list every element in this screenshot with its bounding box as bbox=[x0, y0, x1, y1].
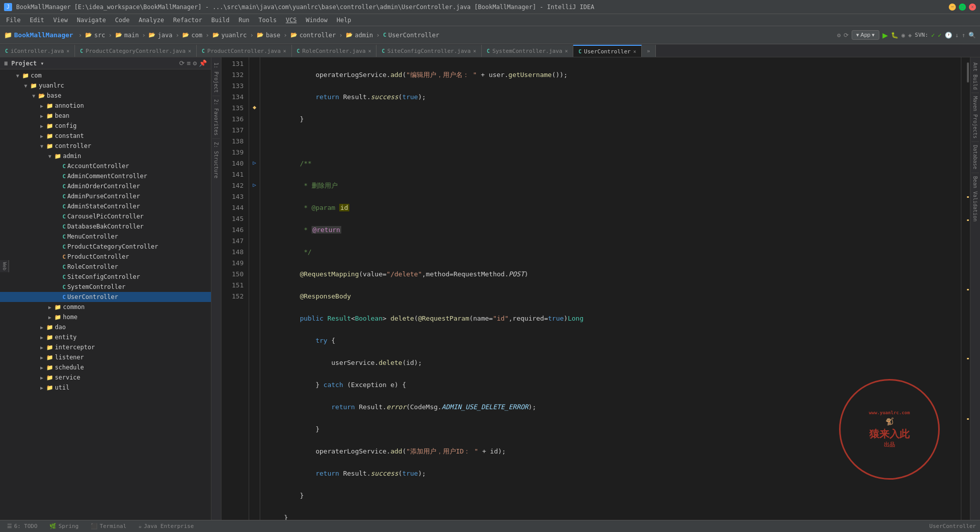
maximize-button[interactable]: □ bbox=[959, 4, 966, 11]
search-icon[interactable]: 🔍 bbox=[968, 32, 976, 39]
left-tab-1project[interactable]: 1: Project bbox=[212, 59, 220, 96]
debug-button[interactable]: 🐛 bbox=[891, 32, 898, 39]
sidebar-pin-icon[interactable]: 📌 bbox=[199, 59, 207, 67]
run-button[interactable]: ▶ bbox=[882, 30, 888, 40]
menu-analyze[interactable]: Analyze bbox=[134, 16, 168, 25]
menu-refactor[interactable]: Refactor bbox=[169, 16, 206, 25]
breadcrumb-base[interactable]: base bbox=[266, 32, 280, 39]
tree-siteconfigcontroller[interactable]: C SiteConfigController bbox=[0, 272, 211, 282]
tree-annotion[interactable]: ▶ 📁 annotion bbox=[0, 101, 211, 111]
tree-bean[interactable]: ▶ 📁 bean bbox=[0, 111, 211, 121]
tab-product[interactable]: C ProductController.java × bbox=[197, 45, 292, 57]
editor-area[interactable]: 131 132 133 134 135 136 137 138 139 140 … bbox=[221, 57, 970, 520]
tree-home[interactable]: ▶ 📁 home bbox=[0, 312, 211, 322]
menu-window[interactable]: Window bbox=[301, 16, 331, 25]
breadcrumb-main[interactable]: main bbox=[124, 32, 139, 39]
right-tab-ant[interactable]: Ant Build bbox=[971, 59, 979, 93]
tab-spring[interactable]: 🌿 Spring bbox=[46, 522, 82, 530]
tab-system[interactable]: C SystemController.java × bbox=[482, 45, 573, 57]
breadcrumb-src[interactable]: src bbox=[94, 32, 105, 39]
tree-usercontroller[interactable]: C UserController bbox=[0, 292, 211, 302]
sidebar-collapse-icon[interactable]: ≡ bbox=[187, 59, 191, 67]
app-selector[interactable]: ▾ App ▾ bbox=[852, 30, 879, 40]
menu-code[interactable]: Code bbox=[111, 16, 134, 25]
right-tab-bean[interactable]: Bean Validation bbox=[971, 173, 979, 224]
breadcrumb-yuanlrc[interactable]: yuanlrc bbox=[221, 32, 247, 39]
tree-entity[interactable]: ▶ 📁 entity bbox=[0, 332, 211, 342]
svn-check-icon[interactable]: ✓ bbox=[931, 32, 935, 39]
tree-systemcontroller[interactable]: C SystemController bbox=[0, 282, 211, 292]
toolbar-settings-icon[interactable]: ⚙ bbox=[837, 32, 841, 39]
editor-scrollbar[interactable] bbox=[961, 57, 970, 520]
tab-more[interactable]: » bbox=[642, 45, 656, 57]
tree-common[interactable]: ▶ 📁 common bbox=[0, 302, 211, 312]
tab-productcategory-close[interactable]: × bbox=[188, 48, 191, 54]
menu-run[interactable]: Run bbox=[235, 16, 254, 25]
menu-tools[interactable]: Tools bbox=[255, 16, 281, 25]
sidebar-gear-icon[interactable]: ⚙ bbox=[193, 59, 197, 67]
scrollbar-thumb[interactable] bbox=[967, 62, 969, 83]
breadcrumb-com[interactable]: com bbox=[191, 32, 202, 39]
web-tab[interactable]: Web bbox=[2, 262, 7, 270]
tree-service[interactable]: ▶ 📁 service bbox=[0, 372, 211, 383]
tree-adminstatecontroller[interactable]: C AdminStateController bbox=[0, 201, 211, 211]
tree-adminpursecontroller[interactable]: C AdminPurseController bbox=[0, 191, 211, 201]
tab-role-close[interactable]: × bbox=[368, 48, 371, 54]
tree-admin[interactable]: ▼ 📁 admin bbox=[0, 151, 211, 161]
tree-dao[interactable]: ▶ 📁 dao bbox=[0, 322, 211, 332]
svn-update-icon[interactable]: ↓ bbox=[955, 32, 959, 39]
window-controls[interactable]: − □ × bbox=[949, 4, 976, 11]
sidebar-sync-icon[interactable]: ⟳ bbox=[179, 59, 185, 67]
svn-check2-icon[interactable]: ✓ bbox=[938, 32, 941, 39]
tree-controller[interactable]: ▼ 📁 controller bbox=[0, 141, 211, 151]
menu-edit[interactable]: Edit bbox=[26, 16, 48, 25]
tree-util[interactable]: ▶ 📁 util bbox=[0, 383, 211, 393]
tree-carouselpiccontroller[interactable]: C CarouselPicController bbox=[0, 211, 211, 221]
breadcrumb-java[interactable]: java bbox=[158, 32, 172, 39]
tab-siteconfig-close[interactable]: × bbox=[473, 48, 476, 54]
tree-listener[interactable]: ▶ 📁 listener bbox=[0, 352, 211, 362]
tree-yuanlrc[interactable]: ▼ 📁 yuanlrc bbox=[0, 81, 211, 91]
svn-commit-icon[interactable]: ↑ bbox=[962, 32, 965, 39]
tree-com[interactable]: ▼ 📁 com bbox=[0, 70, 211, 81]
tree-accountcontroller[interactable]: C AccountController bbox=[0, 161, 211, 171]
tree-rolecontroller[interactable]: C RoleController bbox=[0, 262, 211, 272]
tree-menucontroller[interactable]: C MenuController bbox=[0, 232, 211, 242]
tree-config[interactable]: ▶ 📁 config bbox=[0, 121, 211, 131]
menu-navigate[interactable]: Navigate bbox=[73, 16, 110, 25]
code-content[interactable]: operaterLogService.add("编辑用户，用户名： " + us… bbox=[260, 57, 961, 520]
tab-role[interactable]: C RoleController.java × bbox=[292, 45, 377, 57]
tree-productcategorycontroller[interactable]: C ProductCategoryController bbox=[0, 242, 211, 252]
tab-icontroller-close[interactable]: × bbox=[66, 48, 69, 54]
breadcrumb-file[interactable]: UserController bbox=[389, 32, 439, 39]
tree-constant[interactable]: ▶ 📁 constant bbox=[0, 131, 211, 141]
tab-icontroller[interactable]: C iController.java × bbox=[0, 45, 75, 57]
breadcrumb-admin[interactable]: admin bbox=[355, 32, 373, 39]
tab-todo[interactable]: ☰ 6: TODO bbox=[4, 522, 40, 530]
tab-user[interactable]: C UserController × bbox=[573, 45, 642, 57]
gutter-arrow-140[interactable]: ▷ bbox=[253, 160, 256, 166]
tree-productcontroller[interactable]: C ProductController bbox=[0, 252, 211, 262]
menu-help[interactable]: Help bbox=[333, 16, 355, 25]
menu-build[interactable]: Build bbox=[207, 16, 234, 25]
toolbar-sync-icon[interactable]: ⟳ bbox=[844, 32, 849, 39]
tree-admincommentcontroller[interactable]: C AdminCommentController bbox=[0, 171, 211, 181]
tree-base[interactable]: ▼ 📂 base bbox=[0, 91, 211, 101]
tab-user-close[interactable]: × bbox=[633, 49, 636, 54]
right-tab-database[interactable]: Database bbox=[971, 142, 979, 173]
left-tab-structure[interactable]: Z: Structure bbox=[212, 139, 220, 181]
svn-history-icon[interactable]: 🕐 bbox=[945, 32, 952, 39]
profile-button[interactable]: ◉ bbox=[901, 32, 905, 39]
minimize-button[interactable]: − bbox=[949, 4, 956, 11]
tab-productcategory[interactable]: C ProductCategoryController.java × bbox=[75, 45, 197, 57]
tree-interceptor[interactable]: ▶ 📁 interceptor bbox=[0, 342, 211, 352]
coverage-button[interactable]: ◈ bbox=[908, 32, 912, 39]
tree-adminordercontroller[interactable]: C AdminOrderController bbox=[0, 181, 211, 191]
tab-siteconfig[interactable]: C SiteConfigController.java × bbox=[376, 45, 482, 57]
close-button[interactable]: × bbox=[969, 4, 976, 11]
left-tab-2favorites[interactable]: 2: Favorites bbox=[212, 96, 220, 139]
tree-databasebakcontroller[interactable]: C DatabaseBakController bbox=[0, 221, 211, 232]
tab-system-close[interactable]: × bbox=[565, 48, 568, 54]
tab-enterprise[interactable]: ☕ Java Enterprise bbox=[135, 522, 197, 530]
tree-schedule[interactable]: ▶ 📁 schedule bbox=[0, 362, 211, 372]
